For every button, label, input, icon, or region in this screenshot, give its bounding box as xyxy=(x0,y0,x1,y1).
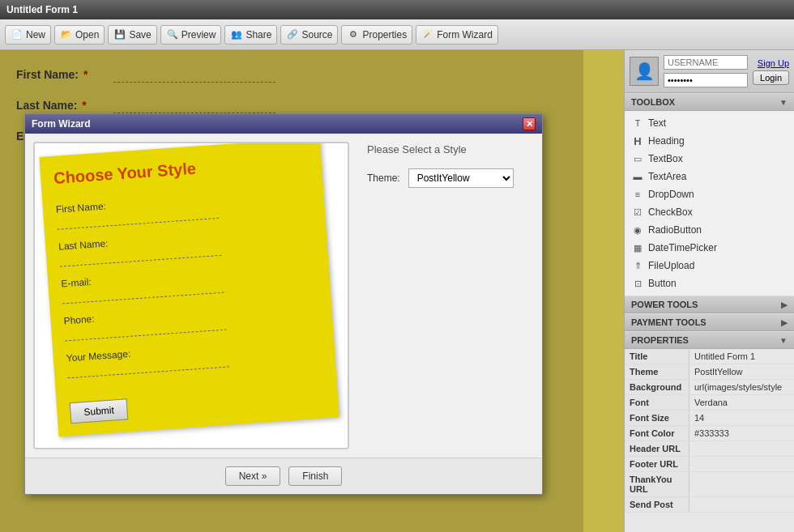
properties-icon: ⚙ xyxy=(347,28,360,41)
text-tool-icon: T xyxy=(631,117,644,130)
prop-fontsize: Font Size 14 xyxy=(625,411,794,426)
theme-select[interactable]: PostItYellow Classic Modern Blue Green xyxy=(408,168,514,188)
tool-button[interactable]: ⊡ Button xyxy=(625,275,794,292)
tool-datetimepicker[interactable]: ▦ DateTimePicker xyxy=(625,239,794,257)
share-icon: 👥 xyxy=(230,28,243,41)
theme-row: Theme: PostItYellow Classic Modern Blue … xyxy=(367,168,532,188)
wizard-close-button[interactable]: ✕ xyxy=(523,117,536,130)
password-input[interactable] xyxy=(664,73,748,87)
textbox-tool-icon: ▭ xyxy=(631,152,644,165)
payment-tools-arrow: ▶ xyxy=(781,318,788,327)
tool-textbox[interactable]: ▭ TextBox xyxy=(625,150,794,168)
share-button[interactable]: 👥 Share xyxy=(224,25,277,45)
prop-headerurl: Header URL xyxy=(625,441,794,457)
properties-section: Title Untitled Form 1 Theme PostItYellow… xyxy=(625,349,794,532)
preview-icon: 🔍 xyxy=(166,28,179,41)
wizard-body: Choose Your Style First Name: Last Name:… xyxy=(25,134,542,458)
wizard-preview-panel: Choose Your Style First Name: Last Name:… xyxy=(33,142,349,449)
dropdown-tool-icon: ≡ xyxy=(631,188,644,201)
preview-button[interactable]: 🔍 Preview xyxy=(160,25,222,45)
right-panel: 👤 Sign Up Login TOOLBOX ▼ T Text H Headi… xyxy=(624,50,794,532)
preview-field-3: E-mail: xyxy=(61,261,318,304)
wizard-footer: Next » Finish xyxy=(25,458,542,494)
prop-sendpost: Send Post xyxy=(625,497,794,513)
prop-theme: Theme PostItYellow xyxy=(625,364,794,380)
toolbox-header[interactable]: TOOLBOX ▼ xyxy=(625,93,794,111)
prop-title: Title Untitled Form 1 xyxy=(625,349,794,364)
wizard-section-title: Please Select a Style xyxy=(367,143,532,155)
toolbox-list: T Text H Heading ▭ TextBox ▬ TextArea ≡ … xyxy=(625,111,794,296)
preview-field-4: Phone: xyxy=(63,298,320,342)
login-button[interactable]: Login xyxy=(753,70,789,85)
prop-fontcolor: Font Color #333333 xyxy=(625,426,794,441)
finish-button[interactable]: Finish xyxy=(288,466,342,486)
tool-dropdown[interactable]: ≡ DropDown xyxy=(625,185,794,203)
user-inputs xyxy=(664,55,748,87)
properties-header[interactable]: PROPERTIES ▼ xyxy=(625,331,794,349)
prop-font: Font Verdana xyxy=(625,395,794,411)
power-tools-arrow: ▶ xyxy=(781,300,788,309)
properties-arrow: ▼ xyxy=(779,336,788,345)
new-button[interactable]: 📄 New xyxy=(5,25,51,45)
button-tool-icon: ⊡ xyxy=(631,277,644,290)
heading-tool-icon: H xyxy=(631,134,644,147)
wizard-right: Please Select a Style Theme: PostItYello… xyxy=(357,134,542,458)
tool-fileupload[interactable]: ⇑ FileUpload xyxy=(625,257,794,275)
form-wizard-button[interactable]: 🪄 Form Wizard xyxy=(416,25,498,45)
toolbox-arrow: ▼ xyxy=(779,98,788,107)
app-title: Untitled Form 1 xyxy=(6,4,78,15)
avatar: 👤 xyxy=(630,57,659,86)
save-icon: 💾 xyxy=(113,28,126,41)
source-button[interactable]: 🔗 Source xyxy=(280,25,338,45)
preview-field-2: Last Name: xyxy=(58,223,315,267)
title-bar: Untitled Form 1 xyxy=(0,0,794,19)
new-icon: 📄 xyxy=(11,28,23,41)
open-button[interactable]: 📂 Open xyxy=(54,25,105,45)
tool-heading[interactable]: H Heading xyxy=(625,132,794,150)
preview-style-title: Choose Your Style xyxy=(53,151,309,188)
user-actions: Sign Up Login xyxy=(753,58,789,85)
fileupload-tool-icon: ⇑ xyxy=(631,259,644,272)
properties-table: Title Untitled Form 1 Theme PostItYellow… xyxy=(625,349,794,513)
wizard-title: Form Wizard xyxy=(32,118,91,130)
source-icon: 🔗 xyxy=(286,28,299,41)
textarea-tool-icon: ▬ xyxy=(631,170,644,183)
power-tools-header[interactable]: POWER TOOLS ▶ xyxy=(625,296,794,313)
wizard-icon: 🪄 xyxy=(421,28,434,41)
theme-label: Theme: xyxy=(367,172,400,184)
payment-tools-header[interactable]: PAYMENT TOOLS ▶ xyxy=(625,313,794,331)
tool-radiobutton[interactable]: ◉ RadioButton xyxy=(625,221,794,239)
preview-field-1: First Name: xyxy=(55,186,312,230)
signup-link[interactable]: Sign Up xyxy=(758,58,789,68)
preview-submit-btn[interactable]: Submit xyxy=(70,398,129,423)
prop-background: Background url(images/styles/style xyxy=(625,380,794,395)
preview-field-5: Your Message: xyxy=(66,334,322,378)
wizard-titlebar: Form Wizard ✕ xyxy=(25,114,542,134)
tool-checkbox[interactable]: ☑ CheckBox xyxy=(625,203,794,221)
prop-thankyouurl: ThankYou URL xyxy=(625,472,794,497)
radiobutton-tool-icon: ◉ xyxy=(631,223,644,236)
save-button[interactable]: 💾 Save xyxy=(108,25,156,45)
user-area: 👤 Sign Up Login xyxy=(625,50,794,93)
open-icon: 📂 xyxy=(60,28,73,41)
toolbar: 📄 New 📂 Open 💾 Save 🔍 Preview 👥 Share 🔗 … xyxy=(0,19,794,50)
datetimepicker-tool-icon: ▦ xyxy=(631,241,644,254)
username-input[interactable] xyxy=(664,55,748,70)
wizard-dialog: Form Wizard ✕ Choose Your Style First Na… xyxy=(24,113,543,495)
checkbox-tool-icon: ☑ xyxy=(631,206,644,219)
tool-textarea[interactable]: ▬ TextArea xyxy=(625,168,794,185)
properties-button[interactable]: ⚙ Properties xyxy=(341,25,412,45)
next-button[interactable]: Next » xyxy=(225,466,281,486)
tool-text[interactable]: T Text xyxy=(625,114,794,132)
prop-footerurl: Footer URL xyxy=(625,457,794,472)
